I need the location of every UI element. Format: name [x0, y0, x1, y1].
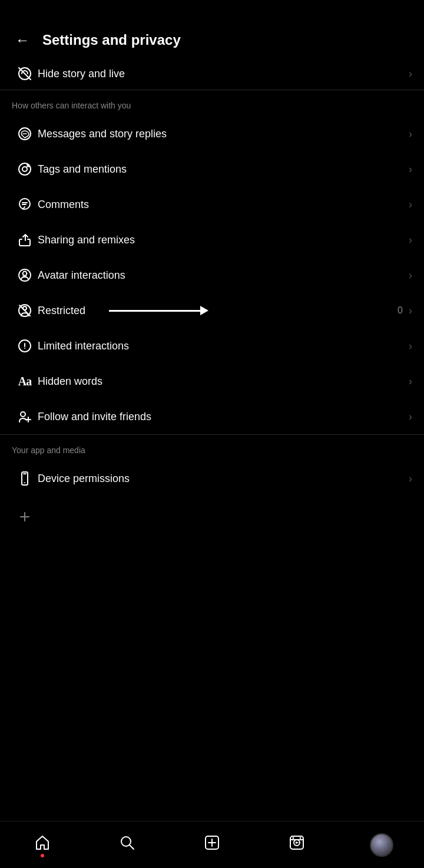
limited-item[interactable]: Limited interactions › [0, 328, 424, 364]
page-title: Settings and privacy [42, 32, 181, 48]
hidden-words-item[interactable]: Aa Hidden words › [0, 364, 424, 399]
svg-point-36 [293, 837, 294, 839]
svg-point-13 [26, 273, 27, 274]
follow-chevron: › [409, 411, 412, 423]
comments-icon [12, 197, 38, 212]
svg-line-29 [130, 845, 134, 849]
limited-label: Limited interactions [38, 340, 406, 352]
limited-icon [12, 338, 38, 354]
section-app-label: Your app and media [0, 435, 424, 461]
back-arrow-icon: ← [15, 32, 29, 48]
search-icon [119, 834, 135, 855]
arrow-line [109, 310, 200, 312]
follow-icon [12, 409, 38, 424]
sharing-item[interactable]: Sharing and remixes › [0, 222, 424, 258]
create-icon [204, 834, 220, 855]
limited-chevron: › [409, 340, 412, 352]
restricted-label: Restricted [38, 305, 398, 317]
restricted-item[interactable]: Restricted 0 › [0, 293, 424, 328]
device-label: Device permissions [38, 473, 406, 485]
sharing-label: Sharing and remixes [38, 234, 406, 246]
restricted-badge: 0 [398, 305, 403, 316]
avatar-chevron: › [409, 269, 412, 282]
tags-chevron: › [409, 163, 412, 176]
follow-item[interactable]: Follow and invite friends › [0, 399, 424, 434]
comments-label: Comments [38, 199, 406, 211]
messages-icon [12, 126, 38, 141]
arrow-head [200, 306, 208, 315]
home-icon [34, 834, 51, 855]
svg-point-12 [22, 273, 24, 274]
messages-item[interactable]: Messages and story replies › [0, 116, 424, 151]
svg-point-5 [22, 167, 27, 171]
bottom-nav [0, 821, 424, 868]
nav-search[interactable] [110, 834, 145, 855]
tags-icon [12, 161, 38, 177]
svg-point-19 [24, 348, 25, 349]
restricted-icon [12, 303, 38, 318]
profile-avatar [370, 833, 393, 857]
nav-home[interactable] [25, 834, 60, 855]
hidden-words-chevron: › [409, 375, 412, 388]
hide-story-icon [12, 66, 38, 81]
svg-point-20 [21, 412, 25, 417]
svg-marker-38 [296, 841, 299, 844]
messages-chevron: › [409, 128, 412, 140]
hidden-words-icon: Aa [12, 375, 38, 388]
device-chevron: › [409, 473, 412, 485]
nav-profile[interactable] [364, 833, 399, 857]
nav-create[interactable] [194, 834, 230, 855]
hide-story-item[interactable]: Hide story and live › [0, 60, 424, 90]
partial-bottom-icon [12, 509, 38, 524]
device-item[interactable]: Device permissions › [0, 461, 424, 496]
svg-point-37 [300, 837, 302, 839]
nav-reels[interactable] [279, 834, 314, 855]
hidden-words-label: Hidden words [38, 375, 406, 388]
comments-item[interactable]: Comments › [0, 187, 424, 222]
hide-story-label: Hide story and live [38, 68, 406, 80]
section-interact-label: How others can interact with you [0, 90, 424, 116]
header: ← Settings and privacy [0, 0, 424, 60]
svg-point-24 [24, 482, 25, 483]
follow-label: Follow and invite friends [38, 411, 406, 423]
reels-icon [289, 834, 305, 855]
avatar-item[interactable]: Avatar interactions › [0, 258, 424, 293]
home-notification-dot [41, 854, 44, 857]
tags-item[interactable]: Tags and mentions › [0, 151, 424, 187]
messages-label: Messages and story replies [38, 128, 406, 140]
device-icon [12, 471, 38, 486]
sharing-icon [12, 232, 38, 247]
arrow-annotation [109, 306, 208, 315]
hide-story-chevron: › [409, 68, 412, 80]
partial-bottom-item[interactable] [0, 496, 424, 532]
comments-chevron: › [409, 199, 412, 211]
sharing-chevron: › [409, 234, 412, 246]
avatar-icon [12, 268, 38, 283]
restricted-chevron: › [409, 305, 412, 317]
avatar-label: Avatar interactions [38, 269, 406, 282]
tags-label: Tags and mentions [38, 163, 406, 176]
back-button[interactable]: ← [12, 29, 33, 51]
